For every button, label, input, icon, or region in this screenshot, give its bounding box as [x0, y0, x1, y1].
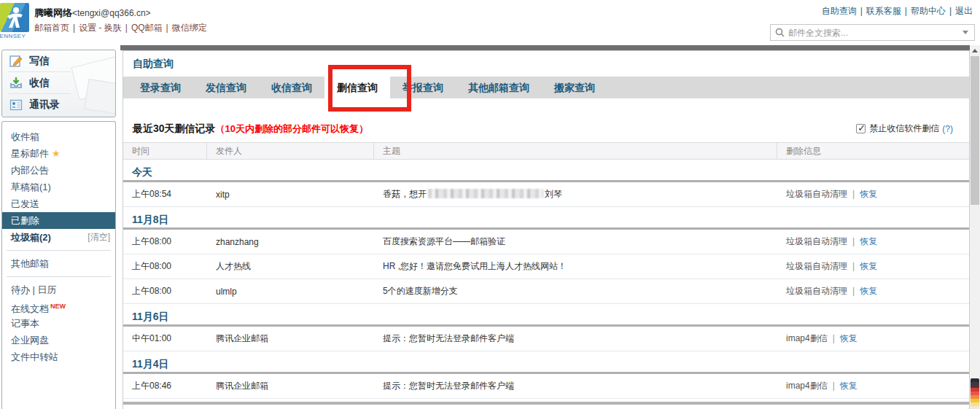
delete-info-separator: | [833, 381, 835, 391]
contacts-icon [9, 98, 23, 112]
sidebar-item-sent[interactable]: 已发送 [2, 195, 115, 212]
sidebar-item-other-mailboxes[interactable]: 其他邮箱 [2, 255, 115, 272]
mail-search-box[interactable] [770, 24, 975, 41]
row-delete-info: 垃圾箱自动清理|恢复 [777, 285, 969, 297]
search-options-dropdown-icon[interactable] [962, 31, 968, 34]
row-time: 上午08:00 [123, 285, 207, 297]
delete-info-separator: | [852, 189, 855, 199]
compose-mail-button[interactable]: 写信 [2, 50, 115, 72]
tab-other-mailbox-query[interactable]: 其他邮箱查询 [456, 77, 542, 98]
receive-mail-button[interactable]: 收信 [2, 72, 115, 94]
top-link-separator: | [905, 6, 907, 16]
top-right-links: 自助查询|联系客服|帮助中心|退出 [822, 5, 973, 17]
tab-report-query[interactable]: 举报查询 [390, 77, 456, 98]
column-header-sender: 发件人 [207, 143, 374, 159]
compose-icon [9, 55, 23, 68]
folder-label: 文件中转站 [11, 351, 58, 362]
row-delete-info: 垃圾箱自动清理|恢复 [777, 260, 969, 273]
empty-spam-link[interactable]: [清空] [88, 229, 110, 246]
sidebar-item-online-docs[interactable]: 在线文档NEW [2, 298, 115, 315]
restore-link[interactable]: 恢复 [860, 286, 877, 296]
receive-icon [9, 77, 23, 90]
column-header-time: 时间 [123, 143, 207, 159]
next-group-divider [123, 402, 969, 405]
row-delete-info: 垃圾箱自动清理|恢复 [777, 188, 969, 200]
sidebar-item-internal-announcements[interactable]: 内部公告 [2, 162, 115, 179]
sidebar-item-deleted[interactable]: 已删除 [2, 212, 115, 229]
tab-deleted-query[interactable]: 删信查询 [324, 74, 390, 98]
help-question-link[interactable]: (?) [942, 124, 953, 134]
row-sender: 人才热线 [207, 260, 374, 273]
sidebar-item-inbox[interactable]: 收件箱 [2, 128, 115, 145]
row-subject: 5个的速度新增分支 [374, 285, 777, 297]
tab-received-query[interactable]: 收信查询 [259, 77, 324, 98]
delete-info-separator: | [852, 286, 855, 296]
date-group-header: 11月4日 [123, 354, 969, 374]
contacts-button[interactable]: 通讯录 [2, 94, 115, 116]
tab-login-query[interactable]: 登录查询 [128, 77, 193, 98]
restore-link[interactable]: 恢复 [860, 261, 877, 271]
delete-reason: imap4删信 [786, 381, 828, 391]
row-time: 上午08:00 [123, 260, 207, 273]
scrollbar-thumb[interactable] [971, 56, 979, 205]
row-subject: 提示：您暂时无法登录邮件客户端 [374, 380, 777, 392]
table-row: 上午08:46 腾讯企业邮箱 提示：您暂时无法登录邮件客户端 imap4删信|恢… [123, 374, 969, 399]
nav-link-settings-skin[interactable]: 设置 - 换肤 [79, 23, 122, 33]
table-row: 上午08:00 人才热线 HR ,您好！邀请您免费试用上海人才热线网站！ 垃圾箱… [123, 254, 969, 279]
row-subject: 提示：您暂时无法登录邮件客户端 [374, 332, 777, 345]
row-subject: 百度搜索资源平台——邮箱验证 [374, 235, 777, 248]
row-subject: HR ,您好！邀请您免费试用上海人才热线网站！ [374, 260, 777, 273]
row-sender: xitp [207, 190, 374, 200]
column-header-delete-info: 删除信息 [777, 143, 969, 159]
sidebar-item-file-transfer[interactable]: 文件中转站 [2, 348, 115, 365]
header: TENNSEY 腾曦网络<tengxi@qq366.cn> 邮箱首页|设置 - … [0, 0, 980, 45]
deleted-mail-table: 今天 上午08:54 xitp 香菇，想开刘琴 垃圾箱自动清理|恢复 11月8日… [123, 160, 969, 405]
nav-link-qqmail[interactable]: QQ邮箱 [131, 23, 163, 33]
sidebar-item-company-drive[interactable]: 企业网盘 [2, 332, 115, 348]
folder-label: 待办 | 日历 [11, 284, 57, 295]
restore-link[interactable]: 恢复 [860, 236, 877, 246]
row-time: 上午08:00 [123, 235, 207, 248]
block-client-delete-checkbox[interactable] [856, 124, 866, 133]
folder-label: 已发送 [11, 198, 39, 209]
block-client-delete-option: 禁止收信软件删信 (?) [856, 122, 953, 135]
link-help-center[interactable]: 帮助中心 [911, 6, 946, 16]
brand-logo-text: TENNSEY [0, 33, 32, 39]
folder-label: 内部公告 [11, 165, 49, 176]
account-email: <tengxi@qq366.cn> [72, 8, 151, 18]
sidebar-folder-list: 收件箱 星标邮件★ 内部公告 草稿箱(1) 已发送 已删除 垃圾箱(2)[清空]… [1, 121, 116, 409]
mail-app: TENNSEY 腾曦网络<tengxi@qq366.cn> 邮箱首页|设置 - … [0, 0, 980, 409]
tab-migration-query[interactable]: 搬家查询 [542, 77, 607, 98]
restore-link[interactable]: 恢复 [860, 189, 877, 199]
link-contact-support[interactable]: 联系客服 [866, 6, 901, 16]
receive-label: 收信 [29, 77, 50, 90]
date-group-header: 11月8日 [123, 210, 969, 230]
row-sender: 腾讯企业邮箱 [207, 380, 374, 392]
restore-link[interactable]: 恢复 [840, 333, 858, 343]
sidebar-divider [7, 250, 111, 251]
tab-sent-query[interactable]: 发信查询 [193, 77, 259, 98]
scrollbar-up-button[interactable] [970, 45, 980, 55]
sidebar-item-todo-calendar[interactable]: 待办 | 日历 [2, 281, 115, 298]
link-self-query[interactable]: 自助查询 [822, 6, 857, 16]
sidebar-item-drafts[interactable]: 草稿箱(1) [2, 179, 115, 195]
restore-link[interactable]: 恢复 [840, 381, 858, 391]
nav-link-mail-home[interactable]: 邮箱首页 [34, 23, 69, 33]
sidebar-item-starred[interactable]: 星标邮件★ [2, 145, 115, 162]
vertical-scrollbar[interactable] [970, 45, 980, 409]
nav-separator: | [166, 23, 168, 33]
main-panel: 自助查询 登录查询 发信查询 收信查询 删信查询 举报查询 其他邮箱查询 搬家查… [122, 50, 970, 409]
delete-reason: 垃圾箱自动清理 [786, 236, 847, 246]
nav-link-wechat-bind[interactable]: 微信绑定 [172, 23, 207, 33]
link-logout[interactable]: 退出 [955, 6, 973, 16]
nav-separator: | [125, 23, 128, 33]
row-subject: 香菇，想开刘琴 [374, 188, 777, 200]
sidebar-divider [7, 276, 111, 277]
search-input[interactable] [788, 28, 962, 38]
search-icon [775, 28, 785, 37]
sidebar-item-spam[interactable]: 垃圾箱(2)[清空] [2, 229, 115, 246]
compose-label: 写信 [29, 55, 50, 68]
folder-label: 星标邮件 [11, 148, 49, 159]
sidebar-item-notebook[interactable]: 记事本 [2, 315, 115, 332]
top-link-separator: | [949, 6, 952, 16]
